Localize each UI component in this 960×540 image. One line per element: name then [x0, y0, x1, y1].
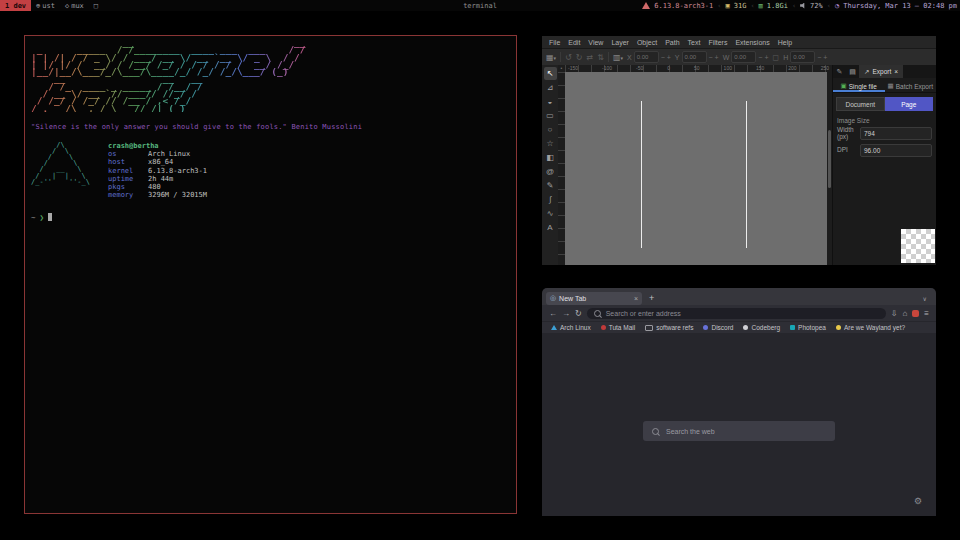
inkscape-window[interactable]: File Edit View Layer Object Path Text Fi…: [542, 36, 936, 264]
width-field[interactable]: W 0.00 −+: [723, 51, 769, 63]
shape-builder-tool[interactable]: ◒: [544, 95, 557, 108]
bookmark-are-we-wayland-yet[interactable]: Are we Wayland yet?: [836, 324, 905, 331]
menu-help[interactable]: Help: [774, 39, 796, 46]
calligraphy-tool[interactable]: ∿: [544, 207, 557, 220]
batch-export-tab[interactable]: ▦ Batch Export: [885, 80, 937, 92]
menu-layer[interactable]: Layer: [607, 39, 633, 46]
workspace-tag-dev[interactable]: 1 dev: [0, 0, 31, 11]
export-dialog-tab[interactable]: ↗ Export ×: [859, 65, 903, 78]
node-tool[interactable]: ⊿: [544, 81, 557, 94]
document-button[interactable]: Document: [836, 97, 885, 111]
user-host: crash@bertha: [108, 142, 207, 150]
page-settings-gear-icon[interactable]: ⚙: [914, 496, 922, 506]
workspace-tag-empty[interactable]: □: [89, 0, 103, 11]
menu-extensions[interactable]: Extensions: [731, 39, 773, 46]
menu-path[interactable]: Path: [661, 39, 683, 46]
plus-button[interactable]: +: [764, 54, 768, 61]
minus-button[interactable]: −: [661, 54, 665, 61]
bookmark-tuta-mail[interactable]: Tuta Mail: [601, 324, 636, 331]
bookmark-photopea[interactable]: Photopea: [790, 324, 826, 331]
menu-text[interactable]: Text: [684, 39, 705, 46]
page-edge-left[interactable]: [641, 101, 642, 248]
menu-edit[interactable]: Edit: [564, 39, 584, 46]
single-file-tab[interactable]: ▣ Single file: [833, 80, 885, 92]
downloads-button[interactable]: ⇩: [891, 309, 898, 318]
new-tab-button[interactable]: +: [649, 293, 654, 303]
minus-button[interactable]: −: [817, 54, 821, 61]
reload-button[interactable]: ↻: [575, 309, 582, 318]
logo-row: /_-'' ''-_\: [31, 179, 90, 185]
terminal-window[interactable]: __ __ _ _____ / /________ ____ ___ ___ /…: [24, 35, 517, 514]
width-input[interactable]: 794: [860, 127, 932, 140]
dpi-input[interactable]: 96.00: [860, 144, 932, 157]
window-icon: □: [94, 2, 98, 10]
menu-filters[interactable]: Filters: [704, 39, 731, 46]
menu-file[interactable]: File: [545, 39, 564, 46]
pencil-tool[interactable]: ✎: [544, 179, 557, 192]
web-search-box[interactable]: Search the web: [643, 421, 835, 441]
minus-button[interactable]: −: [758, 54, 762, 61]
rectangle-tool[interactable]: ▭: [544, 109, 557, 122]
text-tool[interactable]: A: [544, 221, 557, 234]
flip-vertical-icon[interactable]: ⇅: [597, 53, 604, 62]
y-coordinate-field[interactable]: Y 0.00 −+: [675, 51, 719, 63]
flip-horizontal-icon[interactable]: ⇄: [586, 53, 593, 62]
tool-options-bar: ▦▾ ↺ ↻ ⇄ ⇅ ▥▾ X 0.00 −+ Y 0.00 −+ W 0.00…: [542, 48, 936, 65]
field-value[interactable]: 0.00: [682, 51, 707, 63]
forward-button[interactable]: →: [562, 309, 570, 318]
active-tab[interactable]: ◎ New Tab ×: [546, 292, 642, 305]
diamond-icon: ◇: [65, 2, 69, 10]
close-icon[interactable]: ×: [894, 68, 898, 75]
height-field[interactable]: H 0.00 −+: [783, 51, 827, 63]
menu-object[interactable]: Object: [633, 39, 661, 46]
bookmark-folder-software-refs[interactable]: software refs: [645, 324, 693, 331]
menu-view[interactable]: View: [584, 39, 607, 46]
new-tab-page: Search the web ⚙: [542, 333, 936, 516]
shell-prompt[interactable]: ~ ❯: [31, 213, 510, 222]
star-tool[interactable]: ☆: [544, 137, 557, 150]
box3d-tool[interactable]: ◧: [544, 151, 557, 164]
x-coordinate-field[interactable]: X 0.00 −+: [627, 51, 671, 63]
status-modules: 6.13.8-arch3-1 ‹ ▣ 31G ‹ ▥ 1.8Gi ‹ 72% ‹…: [642, 2, 960, 10]
field-value[interactable]: 0.00: [790, 51, 815, 63]
pen-tool[interactable]: ∫: [544, 193, 557, 206]
url-bar[interactable]: Search or enter address: [587, 308, 886, 319]
pencil-dialog-icon[interactable]: ✎: [833, 68, 846, 76]
selector-tool[interactable]: ↖: [544, 67, 557, 80]
export-icon: ↗: [864, 68, 869, 76]
plus-button[interactable]: +: [823, 54, 827, 61]
fetch-value: 480: [148, 183, 161, 191]
minus-button[interactable]: −: [709, 54, 713, 61]
selection-mode-icon[interactable]: ▦▾: [546, 53, 556, 62]
bookmark-discord[interactable]: Discord: [703, 324, 733, 331]
workspace-tag-ust[interactable]: ⊕ ust: [31, 0, 60, 11]
back-button[interactable]: ←: [549, 309, 557, 318]
plus-button[interactable]: +: [715, 54, 719, 61]
browser-window[interactable]: ◎ New Tab × + ∨ ← → ↻ Search or enter ad…: [542, 288, 936, 515]
page-button[interactable]: Page: [885, 97, 934, 111]
page-edge-right[interactable]: [746, 101, 747, 248]
adblock-extension-icon[interactable]: [912, 310, 919, 317]
menu-button[interactable]: ≡: [924, 309, 929, 318]
rotate-ccw-icon[interactable]: ↺: [565, 53, 572, 62]
workspace-tag-mux[interactable]: ◇ mux: [60, 0, 89, 11]
spiral-tool[interactable]: @: [544, 165, 557, 178]
tab-list-chevron-icon[interactable]: ∨: [923, 295, 927, 302]
field-value[interactable]: 0.00: [634, 51, 659, 63]
search-placeholder: Search the web: [666, 428, 715, 435]
scrollbar-thumb[interactable]: [828, 130, 831, 188]
align-dropdown-icon[interactable]: ▥▾: [613, 53, 623, 62]
plus-button[interactable]: +: [667, 54, 671, 61]
field-value[interactable]: 0.00: [731, 51, 756, 63]
status-bar: 1 dev ⊕ ust ◇ mux □ terminal 6.13.8-arch…: [0, 0, 960, 11]
bookmark-codeberg[interactable]: Codeberg: [743, 324, 780, 331]
close-tab-icon[interactable]: ×: [634, 295, 638, 302]
canvas[interactable]: [565, 72, 827, 265]
home-button[interactable]: ⌂: [902, 309, 907, 318]
rotate-cw-icon[interactable]: ↻: [576, 53, 583, 62]
ellipse-tool[interactable]: ○: [544, 123, 557, 136]
fetch-value: Arch Linux: [148, 150, 190, 158]
bookmark-arch-linux[interactable]: Arch Linux: [551, 324, 591, 331]
lock-ratio-icon[interactable]: ◻: [772, 53, 779, 62]
layers-dialog-icon[interactable]: ▤: [846, 68, 859, 76]
